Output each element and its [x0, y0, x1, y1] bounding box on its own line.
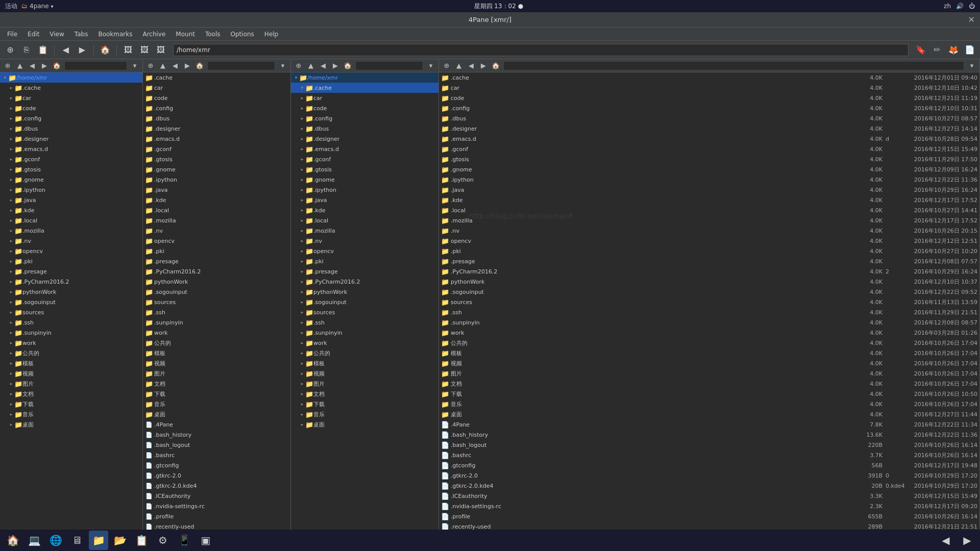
- pane4-content[interactable]: 📁 .cache 4.0K 2016年12月01日 09:40 📁 car 4.…: [439, 72, 979, 538]
- tree-item-work[interactable]: ▸ 📁 work: [0, 338, 142, 348]
- right-file-item[interactable]: 📁 公共的 4.0K 2016年10月26日 17:04: [439, 338, 979, 348]
- pane1-back-btn[interactable]: ◀: [27, 60, 38, 71]
- right-file-item[interactable]: 📄 .bash_logout 220B 2016年10月26日 16:14: [439, 440, 979, 450]
- pane2-up-btn[interactable]: ▲: [157, 60, 168, 71]
- copy-btn[interactable]: ⎘: [19, 43, 34, 57]
- image3-btn[interactable]: 🖼: [154, 43, 168, 57]
- p2-4pane[interactable]: 📄.4Pane: [143, 419, 290, 430]
- pane3-content[interactable]: ▾ 📁 /home/xmr ▾ 📁 .cache ▸ 📁 car ▸ 📁 co: [291, 72, 438, 538]
- activities-label[interactable]: 活动: [5, 2, 17, 11]
- right-file-item[interactable]: 📁 .emacs.d 4.0K d 2016年10月28日 09:54: [439, 134, 979, 144]
- right-file-item[interactable]: 📁 .ipython 4.0K 2016年12月22日 11:36: [439, 174, 979, 185]
- tree-item-gong[interactable]: ▸ 📁 公共的: [0, 348, 142, 358]
- home-btn[interactable]: 🏠: [98, 43, 112, 57]
- p3-gnome[interactable]: ▸ 📁 .gnome: [291, 174, 438, 185]
- p3-xiazai[interactable]: ▸ 📁 下载: [291, 399, 438, 409]
- image1-btn[interactable]: 🖼: [121, 43, 135, 57]
- menu-tabs[interactable]: Tabs: [70, 30, 92, 39]
- p3-ipython[interactable]: ▸ 📁 .ipython: [291, 185, 438, 195]
- taskbar-4pane[interactable]: 📁: [89, 531, 108, 550]
- pane1-fwd-btn[interactable]: ▶: [39, 60, 50, 71]
- pane4-up-btn[interactable]: ▲: [453, 60, 464, 71]
- p2-work[interactable]: 📁work: [143, 328, 290, 338]
- power-icon[interactable]: ⏻: [969, 3, 975, 10]
- right-file-item[interactable]: 📁 .dbus 4.0K 2016年10月27日 08:57: [439, 113, 979, 123]
- right-file-item[interactable]: 📄 .ICEauthority 3.3K 2016年12月15日 15:49: [439, 491, 979, 501]
- tree-item-moban[interactable]: ▸ 📁 模板: [0, 358, 142, 368]
- pane2-fwd-btn[interactable]: ▶: [182, 60, 193, 71]
- tree-item-gtosis[interactable]: ▸ 📁 .gtosis: [0, 164, 142, 174]
- pane3-fwd-btn[interactable]: ▶: [330, 60, 341, 71]
- tree-item-gconf[interactable]: ▸ 📁 .gconf: [0, 154, 142, 164]
- p2-pycharm[interactable]: 📁.PyCharm2016.2: [143, 266, 290, 277]
- p3-work[interactable]: ▸ 📁 work: [291, 338, 438, 348]
- tree-item-pycharm[interactable]: ▸ 📁 .PyCharm2016.2: [0, 277, 142, 287]
- p2-local[interactable]: 📁.local: [143, 205, 290, 215]
- tree-item-config[interactable]: ▸ 📁 .config: [0, 113, 142, 123]
- p2-nvidia[interactable]: 📄.nvidia-settings-rc: [143, 501, 290, 511]
- right-file-item[interactable]: 📁 模板 4.0K 2016年10月26日 17:04: [439, 348, 979, 358]
- tree-item-sources[interactable]: ▸ 📁 sources: [0, 307, 142, 317]
- tree-item-emacs[interactable]: ▸ 📁 .emacs.d: [0, 144, 142, 154]
- tree-item-tupian[interactable]: ▸ 📁 图片: [0, 379, 142, 389]
- p2-moban[interactable]: 📁模板: [143, 348, 290, 358]
- tree-item-zhuomian[interactable]: ▸ 📁 桌面: [0, 419, 142, 430]
- tree-item-opencv[interactable]: ▸ 📁 opencv: [0, 246, 142, 256]
- p2-nv[interactable]: 📁.nv: [143, 226, 290, 236]
- p2-gtkrc-kde4[interactable]: 📄.gtkrc-2.0.kde4: [143, 481, 290, 491]
- p2-emacs[interactable]: 📁.emacs.d: [143, 134, 290, 144]
- p3-home[interactable]: ▾ 📁 /home/xmr: [291, 72, 438, 83]
- tree-item-mozilla[interactable]: ▸ 📁 .mozilla: [0, 226, 142, 236]
- menu-options[interactable]: Options: [227, 30, 258, 39]
- tree-item-sogou[interactable]: ▸ 📁 .sogouinput: [0, 297, 142, 307]
- p2-dbus[interactable]: 📁.dbus: [143, 113, 290, 123]
- tree-item-xiazai[interactable]: ▸ 📁 下载: [0, 399, 142, 409]
- menu-file[interactable]: File: [3, 30, 21, 39]
- tree-item-home[interactable]: ▾ 📁 /home/xmr: [0, 72, 142, 83]
- paste-btn[interactable]: 📋: [36, 43, 50, 57]
- right-file-item[interactable]: 📁 .gnome 4.0K 2016年12月09日 16:24: [439, 164, 979, 174]
- right-file-item[interactable]: 📁 .kde 4.0K 2016年12月17日 17:52: [439, 195, 979, 205]
- p3-gconf[interactable]: ▸ 📁 .gconf: [291, 154, 438, 164]
- right-file-item[interactable]: 📄 .bash_history 13.6K 2016年12月22日 11:36: [439, 430, 979, 440]
- menu-help[interactable]: Help: [260, 30, 282, 39]
- p2-bash-logout[interactable]: 📄.bash_logout: [143, 440, 290, 450]
- tree-item-wendang[interactable]: ▸ 📁 文档: [0, 389, 142, 399]
- right-file-item[interactable]: 📁 .pki 4.0K 2016年10月27日 10:20: [439, 246, 979, 256]
- p2-mozilla[interactable]: 📁.mozilla: [143, 215, 290, 226]
- right-file-item[interactable]: 📁 .sunpinyin 4.0K 2016年12月08日 08:57: [439, 317, 979, 328]
- pane3-back-btn[interactable]: ◀: [317, 60, 329, 71]
- close-button[interactable]: ✕: [968, 15, 975, 24]
- pane2-back-btn[interactable]: ◀: [169, 60, 181, 71]
- p2-gtkrc[interactable]: 📄.gtkrc-2.0: [143, 470, 290, 481]
- p3-pki[interactable]: ▸ 📁 .pki: [291, 256, 438, 266]
- tree-item-nv[interactable]: ▸ 📁 .nv: [0, 236, 142, 246]
- p2-bash-history[interactable]: 📄.bash_history: [143, 430, 290, 440]
- p3-kde[interactable]: ▸ 📁 .kde: [291, 205, 438, 215]
- p2-wendang[interactable]: 📁文档: [143, 379, 290, 389]
- p3-config[interactable]: ▸ 📁 .config: [291, 113, 438, 123]
- pane2-new-btn[interactable]: ⊕: [145, 60, 156, 71]
- right-file-item[interactable]: 📁 .presage 4.0K 2016年12月08日 07:57: [439, 256, 979, 266]
- right-file-item[interactable]: 📁 pythonWork 4.0K 2016年12月10日 10:37: [439, 277, 979, 287]
- right-file-item[interactable]: 📁 sources 4.0K 2016年11月13日 13:59: [439, 297, 979, 307]
- p3-code[interactable]: ▸ 📁 code: [291, 103, 438, 113]
- tree-item-gnome[interactable]: ▸ 📁 .gnome: [0, 174, 142, 185]
- p2-cache[interactable]: 📁.cache: [143, 72, 290, 83]
- p3-yinyue[interactable]: ▸ 📁 音乐: [291, 409, 438, 419]
- pane4-new-btn[interactable]: ⊕: [441, 60, 452, 71]
- p3-tupian[interactable]: ▸ 📁 图片: [291, 379, 438, 389]
- pane4-back-btn[interactable]: ◀: [465, 60, 477, 71]
- p2-kde[interactable]: 📁.kde: [143, 195, 290, 205]
- tree-item-sunpinyin[interactable]: ▸ 📁 .sunpinyin: [0, 328, 142, 338]
- p2-pythonwork[interactable]: 📁pythonWork: [143, 277, 290, 287]
- bookmark-btn[interactable]: 🔖: [914, 43, 928, 57]
- p2-car[interactable]: 📁car: [143, 83, 290, 93]
- p3-java[interactable]: ▸ 📁 .java: [291, 195, 438, 205]
- forward-btn[interactable]: ▶: [75, 43, 89, 57]
- p2-gnome[interactable]: 📁.gnome: [143, 164, 290, 174]
- p3-sunpinyin[interactable]: ▸ 📁 .sunpinyin: [291, 328, 438, 338]
- path-input[interactable]: /home/xmr: [173, 44, 909, 56]
- p2-sunpinyin[interactable]: 📁.sunpinyin: [143, 317, 290, 328]
- taskbar-fm[interactable]: 📂: [110, 531, 130, 550]
